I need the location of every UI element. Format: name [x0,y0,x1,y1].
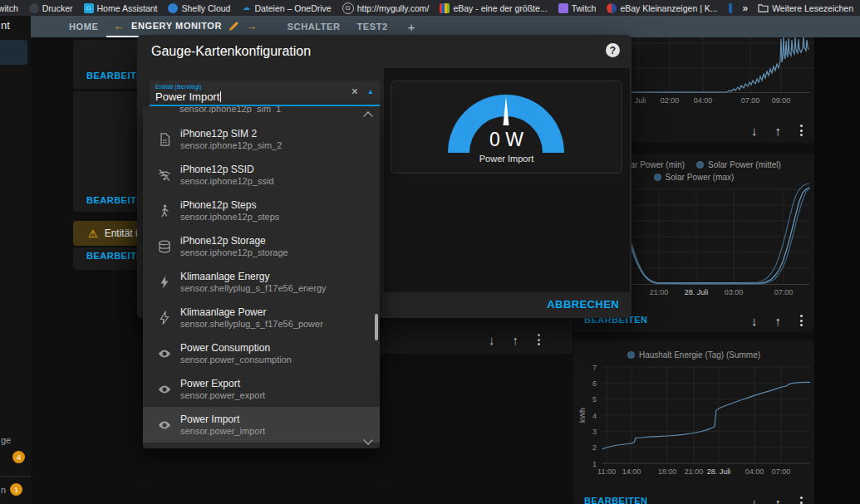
move-down-icon[interactable]: ↓ [751,496,758,504]
move-up-icon[interactable]: ↑ [775,124,782,138]
move-tab-left-icon[interactable]: ← [113,20,125,32]
x-tick: 04:00 [694,96,713,105]
help-icon[interactable]: ? [606,43,620,57]
walk-icon [155,203,174,218]
eye-icon [155,418,174,433]
y-tick: 2 [580,443,597,452]
screen: Twitch Drucker ⌂Home Assistant Shelly Cl… [0,0,860,504]
x-tick: 14:00 [622,467,641,476]
sidebar-item-fragment: n [1,485,6,495]
x-tick: 28. Juli [707,467,731,476]
move-down-icon[interactable]: ↓ [751,314,758,328]
wifi-off-icon [155,168,174,183]
dialog-title: Gauge-Kartenkonfiguration [151,44,311,59]
clear-icon[interactable]: × [351,85,358,98]
bookmarks-overflow-area: » Weitere Lesezeichen [732,0,860,16]
more-options-icon[interactable] [799,495,804,504]
onedrive-cloud-icon: ☁ [241,3,251,13]
move-up-icon[interactable]: ↑ [775,496,782,504]
edit-pencil-icon[interactable] [229,21,239,32]
household-energy-card: Haushalt Energie (Tag) (Summe) 7 6 5 4 3… [573,340,814,504]
entity-combobox[interactable]: Entität (Benötigt) Power Import × ▲ [150,81,380,106]
entity-option-sim2[interactable]: iPhone12p SIM 2sensor.iphone12p_sim_2 [143,121,380,157]
card-preview-pane: 0 W Power Import [384,68,630,292]
move-tab-right-icon[interactable]: → [246,20,258,32]
twitch-favicon [558,3,568,13]
cancel-button[interactable]: ABBRECHEN [547,298,619,311]
card-footer-actions: ↓ ↑ [489,332,542,347]
flash-outline-icon [155,311,174,325]
move-down-icon[interactable]: ↓ [489,333,495,347]
entity-option-power-import[interactable]: Power Importsensor.power_import [143,407,380,443]
entity-field-label: Entität (Benötigt) [155,83,202,91]
bookmark-mygully[interactable]: Ghttp://mygully.com/ [342,2,430,14]
chevron-up-icon[interactable]: ▲ [367,88,374,95]
y-tick: 5 [580,395,597,404]
bookmark-ebay-kleinanzeigen[interactable]: eBay Kleinanzeigen | K... [607,3,717,13]
y-tick: 3 [580,428,597,436]
flash-icon [155,275,174,290]
text-caret [220,91,221,102]
x-tick: 09:00 [772,96,791,105]
tab-home[interactable]: HOME [61,16,106,37]
more-options-icon[interactable] [536,332,542,347]
page-background [814,37,860,504]
card-footer-actions: ↓ ↑ [751,123,804,138]
edit-card-button[interactable]: BEARBEITEN [584,496,648,504]
shelly-favicon [168,3,178,13]
eye-icon [155,382,174,397]
y-tick: 1 [580,460,597,468]
eye-icon [155,346,174,361]
x-tick: 11:00 [597,467,616,476]
ebay-favicon [440,3,450,13]
y-axis-label: kWh [578,408,587,423]
more-options-icon[interactable] [799,123,804,138]
entity-dropdown-list: sensor.iphone12p_sim_1 iPhone12p SIM 2se… [143,106,380,448]
entity-option-steps[interactable]: iPhone12p Stepssensor.iphone12p_steps [143,193,380,228]
bookmarks-bar: Twitch Drucker ⌂Home Assistant Shelly Cl… [0,0,860,16]
sidebar-selected-item[interactable] [0,40,27,65]
scroll-up-icon[interactable] [363,111,372,120]
entity-option-power-export[interactable]: Power Exportsensor.power_export [143,371,380,407]
scrollbar-thumb[interactable] [375,314,378,340]
tab-engery-monitor[interactable]: ENGERY MONITOR [131,21,222,31]
entity-option-ssid[interactable]: iPhone12p SSIDsensor.iphone12p_ssid [143,157,380,193]
entity-option-klima-energy[interactable]: Klimaanlage Energysensor.shellyplug_s_f1… [143,264,380,300]
entity-options: iPhone12p SIM 2sensor.iphone12p_sim_2 iP… [143,121,380,443]
x-tick: 03:00 [725,288,744,296]
database-icon [155,239,174,254]
entity-input[interactable]: Power Import [155,91,221,103]
household-energy-chart [573,340,814,504]
x-tick: . Juli [631,96,646,105]
bookmark-ebay[interactable]: eBay - eine der größte... [440,3,547,13]
x-tick: 02:00 [661,96,680,105]
move-up-icon[interactable]: ↑ [513,333,519,347]
sim-icon [155,132,174,147]
bookmarks-overflow-chevron[interactable]: » [742,2,748,14]
gauge-value: 0 W [391,129,622,151]
move-up-icon[interactable]: ↑ [775,314,782,328]
more-options-icon[interactable] [799,313,804,328]
ha-sidebar: nt ge 4 n 1 [0,16,31,504]
x-tick: 28. Juli [685,288,709,296]
bookmark-onedrive[interactable]: ☁Dateien – OneDrive [241,3,331,13]
x-tick: 18:00 [658,467,677,476]
bookmark-twitch[interactable]: Twitch [0,3,18,13]
entity-option-storage[interactable]: iPhone12p Storagesensor.iphone12p_storag… [143,228,380,264]
entity-option-klima-power[interactable]: Klimaanlage Powersensor.shellyplug_s_f17… [143,300,380,335]
x-tick: 21:00 [650,288,669,296]
bookmark-drucker[interactable]: Drucker [29,3,73,13]
notification-badge: 4 [12,451,25,463]
gauge-preview-card: 0 W Power Import [391,81,622,174]
bookmark-home-assistant[interactable]: ⌂Home Assistant [84,3,158,13]
entity-option-power-consumption[interactable]: Power Consumptionsensor.power_consumptio… [143,335,380,371]
other-bookmarks-folder[interactable]: Weitere Lesezeichen [758,3,853,13]
x-tick: 07:00 [772,467,791,476]
move-down-icon[interactable]: ↓ [751,124,758,138]
x-tick: 04:00 [745,467,764,476]
x-tick: 21:00 [685,467,704,476]
card-footer-actions: ↓ ↑ [751,313,804,328]
bookmark-shelly-cloud[interactable]: Shelly Cloud [168,3,230,13]
sidebar-divider [0,476,31,477]
bookmark-twitch-2[interactable]: Twitch [558,3,597,13]
